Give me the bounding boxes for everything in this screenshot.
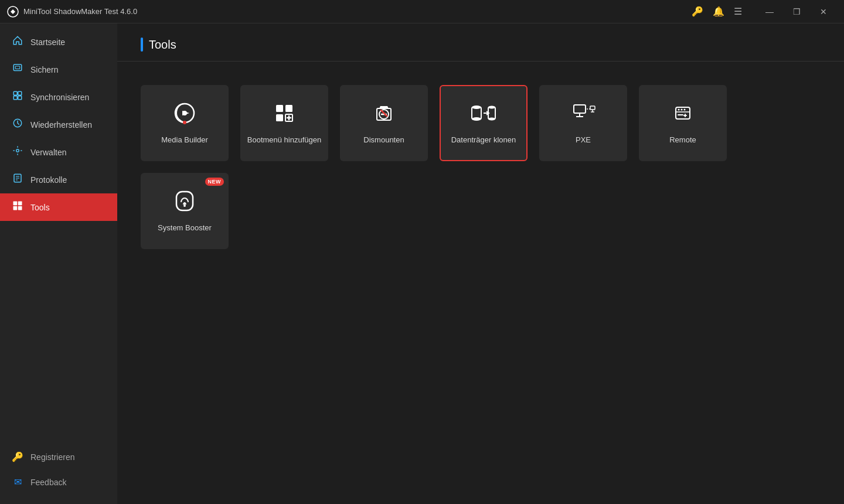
mail-icon: ✉ xyxy=(12,476,23,488)
sidebar-item-registrieren[interactable]: 🔑 Registrieren xyxy=(0,444,117,469)
tool-label-media-builder: Media Builder xyxy=(161,135,208,145)
close-button[interactable]: ✕ xyxy=(810,0,837,23)
remote-icon xyxy=(671,101,695,128)
main-layout: Startseite Sichern xyxy=(0,23,844,504)
svg-point-19 xyxy=(183,121,186,124)
tool-card-media-builder[interactable]: Media Builder xyxy=(141,85,229,161)
svg-rect-22 xyxy=(276,114,283,121)
sidebar-label-tools: Tools xyxy=(30,203,50,212)
key-sidebar-icon: 🔑 xyxy=(12,451,23,462)
svg-rect-16 xyxy=(18,206,22,210)
svg-rect-21 xyxy=(285,105,292,112)
new-badge: NEW xyxy=(205,178,224,186)
tool-card-datentraeger-klonen[interactable]: Datenträger klonen xyxy=(440,85,528,161)
maximize-button[interactable]: ❒ xyxy=(783,0,810,23)
clone-icon xyxy=(471,101,496,128)
booster-icon xyxy=(173,189,196,216)
svg-rect-4 xyxy=(18,91,22,95)
restore-icon xyxy=(12,118,23,131)
sidebar-item-protokolle[interactable]: Protokolle xyxy=(0,166,117,193)
svg-line-28 xyxy=(381,110,387,116)
app-logo xyxy=(7,6,19,18)
svg-rect-2 xyxy=(15,66,20,69)
svg-rect-13 xyxy=(13,202,18,206)
svg-rect-3 xyxy=(13,91,17,95)
manage-icon xyxy=(12,145,23,159)
pxe-icon xyxy=(570,101,596,128)
sidebar: Startseite Sichern xyxy=(0,23,117,504)
sidebar-label-verwalten: Verwalten xyxy=(30,148,66,157)
sidebar-item-synchronisieren[interactable]: Synchronisieren xyxy=(0,83,117,111)
svg-rect-5 xyxy=(13,96,17,100)
tool-label-dismounten: Dismounten xyxy=(363,135,404,145)
sidebar-label-registrieren: Registrieren xyxy=(30,452,74,462)
tool-card-system-booster[interactable]: NEW System Booster xyxy=(141,173,229,249)
backup-icon xyxy=(12,63,23,76)
svg-point-52 xyxy=(183,205,186,207)
svg-rect-20 xyxy=(276,105,283,112)
minimize-button[interactable]: — xyxy=(756,0,783,23)
page-title-accent xyxy=(141,38,143,52)
tools-icon xyxy=(12,200,23,214)
sidebar-label-feedback: Feedback xyxy=(30,478,66,487)
key-icon[interactable]: 🔑 xyxy=(692,6,703,17)
tool-label-pxe: PXE xyxy=(576,135,591,145)
home-icon xyxy=(12,35,23,49)
sidebar-label-wiederherstellen: Wiederherstellen xyxy=(30,120,92,130)
tools-grid: Media Builder Bootmenü h xyxy=(141,85,821,249)
svg-rect-51 xyxy=(176,192,193,210)
sidebar-item-verwalten[interactable]: Verwalten xyxy=(0,138,117,166)
tool-card-bootmenu[interactable]: Bootmenü hinzufügen xyxy=(240,85,328,161)
logs-icon xyxy=(12,173,23,186)
sidebar-item-tools[interactable]: Tools xyxy=(0,193,117,221)
app-title: MiniTool ShadowMaker Test 4.6.0 xyxy=(23,7,137,16)
tool-card-remote[interactable]: Remote xyxy=(639,85,727,161)
svg-point-46 xyxy=(681,108,683,110)
svg-rect-6 xyxy=(18,96,22,100)
svg-rect-14 xyxy=(18,202,22,206)
svg-point-8 xyxy=(16,149,19,152)
svg-point-45 xyxy=(678,108,680,110)
svg-rect-1 xyxy=(13,64,22,71)
bootmenu-icon xyxy=(273,101,296,128)
sidebar-item-wiederherstellen[interactable]: Wiederherstellen xyxy=(0,111,117,138)
window-controls: — ❒ ✕ xyxy=(756,0,837,23)
sync-icon xyxy=(12,90,23,104)
tool-card-dismounten[interactable]: Dismounten xyxy=(340,85,428,161)
sidebar-label-sichern: Sichern xyxy=(30,65,58,74)
svg-point-31 xyxy=(472,117,481,121)
tool-label-bootmenu: Bootmenü hinzufügen xyxy=(247,135,321,145)
sidebar-label-protokolle: Protokolle xyxy=(30,175,67,185)
sidebar-item-sichern[interactable]: Sichern xyxy=(0,56,117,83)
svg-point-34 xyxy=(488,105,495,108)
sidebar-item-feedback[interactable]: ✉ Feedback xyxy=(0,469,117,495)
sidebar-bottom: 🔑 Registrieren ✉ Feedback xyxy=(0,444,117,504)
tool-label-remote: Remote xyxy=(669,135,696,145)
titlebar: MiniTool ShadowMaker Test 4.6.0 🔑 🔔 ☰ — … xyxy=(0,0,844,23)
sidebar-label-synchronisieren: Synchronisieren xyxy=(30,93,89,102)
tool-label-datentraeger-klonen: Datenträger klonen xyxy=(451,135,516,145)
media-builder-icon xyxy=(173,101,196,128)
svg-rect-43 xyxy=(676,107,690,119)
page-header: Tools xyxy=(117,23,844,62)
sidebar-item-startseite[interactable]: Startseite xyxy=(0,28,117,56)
svg-rect-40 xyxy=(590,106,595,110)
dismount-icon xyxy=(372,101,396,128)
titlebar-controls: 🔑 🔔 ☰ — ❒ ✕ xyxy=(692,0,837,23)
sidebar-label-startseite: Startseite xyxy=(30,38,65,47)
svg-rect-36 xyxy=(574,105,586,113)
titlebar-left: MiniTool ShadowMaker Test 4.6.0 xyxy=(7,6,137,18)
svg-point-35 xyxy=(488,117,495,120)
tool-label-system-booster: System Booster xyxy=(158,223,212,233)
tool-card-pxe[interactable]: PXE xyxy=(539,85,627,161)
tools-grid-container: Media Builder Bootmenü h xyxy=(117,62,844,504)
page-title-bar: Tools xyxy=(141,38,176,52)
bell-icon[interactable]: 🔔 xyxy=(713,6,724,17)
svg-point-30 xyxy=(472,105,481,109)
page-title: Tools xyxy=(149,38,176,52)
svg-point-47 xyxy=(684,108,686,110)
menu-icon[interactable]: ☰ xyxy=(734,6,742,17)
sidebar-nav: Startseite Sichern xyxy=(0,23,117,444)
content-area: Tools Me xyxy=(117,23,844,504)
svg-rect-15 xyxy=(13,206,18,210)
